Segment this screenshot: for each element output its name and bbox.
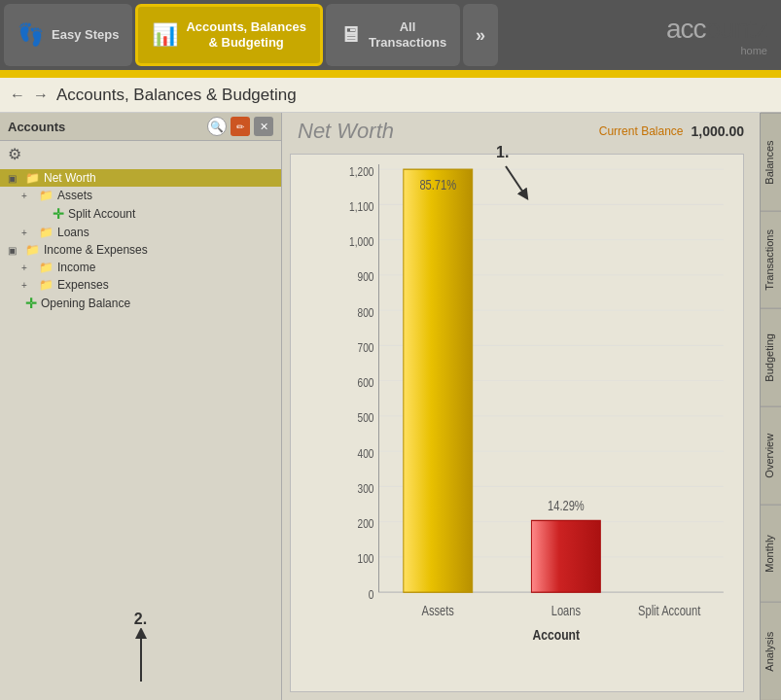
- more-icon: »: [476, 25, 485, 46]
- svg-text:1,200: 1,200: [349, 164, 373, 178]
- folder-icon: 📁: [39, 189, 53, 202]
- tree-label: Net Worth: [44, 171, 96, 185]
- breadcrumb-title: Accounts, Balances & Budgeting: [56, 86, 297, 105]
- svg-line-1: [506, 166, 525, 195]
- svg-text:0: 0: [369, 586, 374, 600]
- svg-text:1,100: 1,100: [349, 199, 373, 213]
- expand-icon: +: [21, 262, 35, 273]
- gear-icon[interactable]: ⚙: [8, 145, 21, 163]
- breadcrumb-bar: ← → Accounts, Balances & Budgeting: [0, 78, 781, 113]
- main-content: Accounts 🔍 ✏ ✕ ⚙ ▣ 📁 Net Worth + 📁 Asset…: [0, 113, 781, 700]
- svg-text:400: 400: [358, 445, 374, 459]
- back-arrow[interactable]: ←: [10, 87, 25, 104]
- tree-item-net-worth[interactable]: ▣ 📁 Net Worth: [0, 169, 281, 187]
- svg-text:14.29%: 14.29%: [548, 498, 585, 514]
- expand-icon: ▣: [8, 173, 21, 184]
- folder-icon: 📁: [25, 171, 40, 185]
- tab-balances[interactable]: Balances: [761, 113, 781, 211]
- svg-text:Split Account: Split Account: [638, 602, 701, 618]
- panel-icons: 🔍 ✏ ✕: [207, 117, 273, 136]
- net-worth-title: Net Worth: [298, 119, 394, 144]
- annotation-1-label: 1.: [496, 144, 554, 200]
- expand-icon: +: [21, 228, 35, 238]
- svg-rect-31: [531, 520, 600, 592]
- accounts-label: Accounts, Balances& Budgeting: [186, 19, 306, 50]
- tab-analysis[interactable]: Analysis: [761, 602, 781, 700]
- svg-rect-29: [404, 169, 473, 592]
- chart-area: Net Worth Current Balance 1,000.00 1.: [282, 113, 760, 700]
- svg-text:700: 700: [358, 340, 374, 354]
- tab-overview[interactable]: Overview: [761, 406, 781, 505]
- accounts-panel-header: Accounts 🔍 ✏ ✕: [0, 113, 281, 141]
- yellow-stripe: [0, 70, 781, 78]
- folder-red-icon: 📁: [39, 278, 53, 292]
- chart-container: 0 100 200 300 400 500 600 700 800 900 1,…: [290, 154, 744, 692]
- folder-icon: 📁: [25, 243, 40, 257]
- current-balance-label: Current Balance: [599, 124, 684, 138]
- svg-text:Account: Account: [532, 626, 580, 643]
- search-icon-button[interactable]: 🔍: [207, 117, 227, 136]
- add-icon: ✛: [25, 296, 37, 311]
- chart-header: Net Worth Current Balance 1,000.00: [282, 113, 760, 146]
- all-transactions-button[interactable]: 🖥 AllTransactions: [326, 4, 460, 66]
- close-icon-button[interactable]: ✕: [254, 117, 273, 136]
- settings-row: ⚙: [0, 141, 281, 167]
- expand-icon: +: [21, 280, 35, 291]
- tree-item-opening-balance[interactable]: ✛ Opening Balance: [0, 294, 281, 313]
- svg-text:800: 800: [358, 304, 374, 318]
- svg-text:100: 100: [358, 551, 374, 565]
- bar-assets: 85.71%: [404, 169, 473, 592]
- tree-label: Split Account: [68, 207, 135, 221]
- forward-arrow[interactable]: →: [33, 87, 49, 104]
- bar-loans: 14.29%: [531, 498, 600, 593]
- tab-transactions[interactable]: Transactions: [761, 211, 781, 309]
- svg-text:85.71%: 85.71%: [419, 177, 456, 193]
- edit-icon-button[interactable]: ✏: [231, 117, 250, 136]
- logo-area: accountz home: [666, 4, 777, 66]
- tree-item-loans[interactable]: + 📁 Loans: [0, 224, 281, 241]
- accounts-balances-button[interactable]: 📊 Accounts, Balances& Budgeting: [135, 4, 323, 66]
- svg-text:200: 200: [358, 516, 374, 530]
- transactions-label: AllTransactions: [369, 19, 446, 50]
- tab-monthly[interactable]: Monthly: [761, 505, 781, 603]
- account-tree: ▣ 📁 Net Worth + 📁 Assets ✛ Split Account…: [0, 167, 281, 583]
- svg-text:900: 900: [358, 269, 374, 283]
- more-button[interactable]: »: [463, 4, 498, 66]
- folder-icon: 📁: [39, 261, 53, 274]
- tab-budgeting[interactable]: Budgeting: [761, 308, 781, 406]
- left-panel: Accounts 🔍 ✏ ✕ ⚙ ▣ 📁 Net Worth + 📁 Asset…: [0, 113, 282, 700]
- svg-text:Assets: Assets: [422, 602, 454, 618]
- svg-text:1,000: 1,000: [349, 234, 373, 248]
- annotation-2-label: 2.: [122, 611, 160, 628]
- accounts-icon: 📊: [152, 22, 178, 48]
- tree-item-assets[interactable]: + 📁 Assets: [0, 187, 281, 204]
- tree-label: Loans: [57, 226, 89, 239]
- easy-steps-label: Easy Steps: [52, 27, 119, 43]
- logo-subtitle: home: [666, 45, 767, 56]
- right-sidebar: Balances Transactions Budgeting Overview…: [760, 113, 781, 700]
- tree-item-expenses[interactable]: + 📁 Expenses: [0, 276, 281, 294]
- easy-steps-icon: 👣: [18, 22, 44, 48]
- tree-label: Assets: [57, 189, 92, 202]
- tree-label: Income: [57, 261, 95, 274]
- bar-chart: 0 100 200 300 400 500 600 700 800 900 1,…: [339, 164, 733, 643]
- top-navigation: 👣 Easy Steps 📊 Accounts, Balances& Budge…: [0, 0, 781, 70]
- easy-steps-button[interactable]: 👣 Easy Steps: [4, 4, 132, 66]
- tree-item-income-expenses[interactable]: ▣ 📁 Income & Expenses: [0, 241, 281, 259]
- tree-label: Expenses: [57, 278, 109, 292]
- transactions-icon: 🖥: [339, 22, 361, 48]
- logo: accountz: [666, 14, 767, 45]
- svg-text:600: 600: [358, 375, 374, 389]
- tree-item-income[interactable]: + 📁 Income: [0, 259, 281, 276]
- svg-text:300: 300: [358, 481, 374, 495]
- annotation-2-area: 2.: [0, 583, 281, 700]
- expand-icon: ▣: [8, 245, 21, 256]
- tree-label: Income & Expenses: [44, 243, 148, 257]
- current-balance-value: 1,000.00: [692, 123, 745, 139]
- tree-label: Opening Balance: [41, 297, 130, 310]
- folder-red-icon: 📁: [39, 226, 53, 239]
- annotation-1-arrow: [496, 161, 554, 200]
- add-icon: ✛: [53, 206, 64, 222]
- annotation-2-arrow: [122, 628, 160, 686]
- tree-item-split-account[interactable]: ✛ Split Account: [0, 204, 281, 224]
